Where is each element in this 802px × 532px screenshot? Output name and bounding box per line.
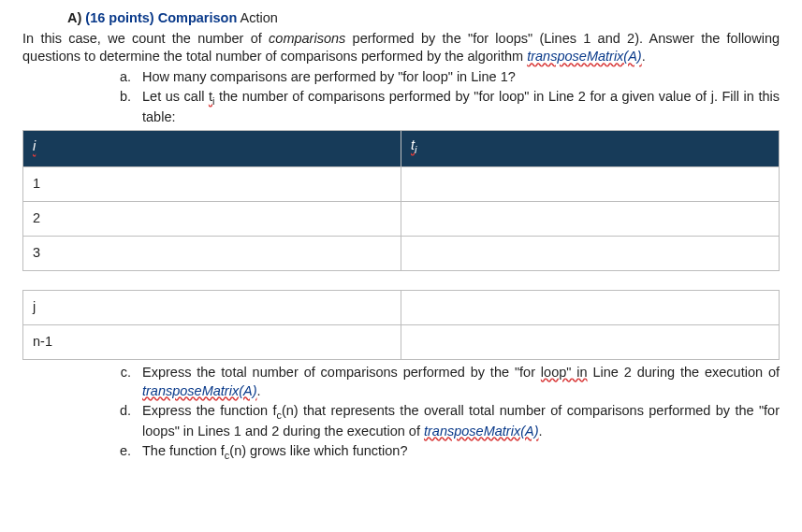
question-a: How many comparisons are performed by "f…: [135, 68, 780, 87]
cell-right[interactable]: [401, 324, 780, 359]
question-c-text-2: Line 2 during the execution of: [588, 365, 780, 380]
question-d-end: .: [538, 424, 542, 439]
question-c: Express the total number of comparisons …: [135, 364, 780, 400]
loop-in-underline: loop" in: [541, 365, 588, 380]
question-b: Let us call ti the number of comparisons…: [135, 88, 780, 126]
question-c-end: .: [256, 383, 260, 398]
table-header-left: i: [23, 131, 401, 167]
cell-right[interactable]: [401, 236, 780, 270]
cell-right[interactable]: [401, 290, 780, 324]
table-header-right: ti: [401, 131, 780, 167]
cell-left: 2: [23, 201, 401, 236]
question-b-text-2: the number of comparisons performed by "…: [142, 89, 780, 124]
function-name-3: transposeMatrix(A): [424, 424, 538, 439]
intro-paragraph: In this case, we count the number of com…: [22, 30, 780, 66]
cell-left: j: [23, 290, 401, 324]
question-e-text-2: (n) grows like which function?: [229, 443, 407, 458]
table-row: j: [23, 290, 780, 324]
cell-left: 3: [23, 236, 401, 270]
question-c-text-1: Express the total number of comparisons …: [142, 365, 541, 380]
document-page: A) (16 points) Comparison Action In this…: [0, 0, 802, 483]
gap-cell: [401, 270, 780, 290]
function-name-2: transposeMatrix(A): [142, 383, 256, 398]
question-e-text-1: The function f: [142, 443, 225, 458]
question-a-text: How many comparisons are performed by "f…: [142, 69, 516, 84]
table-row: 2: [23, 201, 780, 236]
question-d: Express the function fc(n) that represen…: [135, 402, 780, 440]
points-label: (16 points): [85, 10, 153, 25]
cell-right[interactable]: [401, 166, 780, 201]
table-gap: [23, 270, 780, 290]
table-row: n-1: [23, 324, 780, 359]
question-list-cde: Express the total number of comparisons …: [22, 364, 780, 463]
topic-label: Comparison: [158, 10, 238, 25]
table-row: 1: [23, 166, 780, 201]
function-name-1: transposeMatrix(A): [527, 49, 641, 64]
gap-cell: [23, 270, 401, 290]
cell-left: n-1: [23, 324, 401, 359]
table-header-row: i ti: [23, 131, 780, 167]
intro-italic: comparisons: [269, 31, 345, 46]
question-e: The function fc(n) grows like which func…: [135, 442, 780, 463]
question-list-ab: How many comparisons are performed by "f…: [22, 68, 780, 127]
cell-left: 1: [23, 166, 401, 201]
section-label: A): [67, 10, 81, 25]
question-b-text-1: Let us call: [142, 89, 209, 104]
question-d-text-1: Express the function f: [142, 403, 276, 418]
intro-end: .: [642, 49, 646, 64]
intro-text-1: In this case, we count the number of: [22, 31, 269, 46]
heading-trail: Action: [237, 10, 278, 25]
table-row: 3: [23, 236, 780, 270]
section-heading: A) (16 points) Comparison Action: [67, 9, 780, 28]
cell-right[interactable]: [401, 201, 780, 236]
answer-table: i ti 1 2 3 j: [22, 130, 780, 360]
